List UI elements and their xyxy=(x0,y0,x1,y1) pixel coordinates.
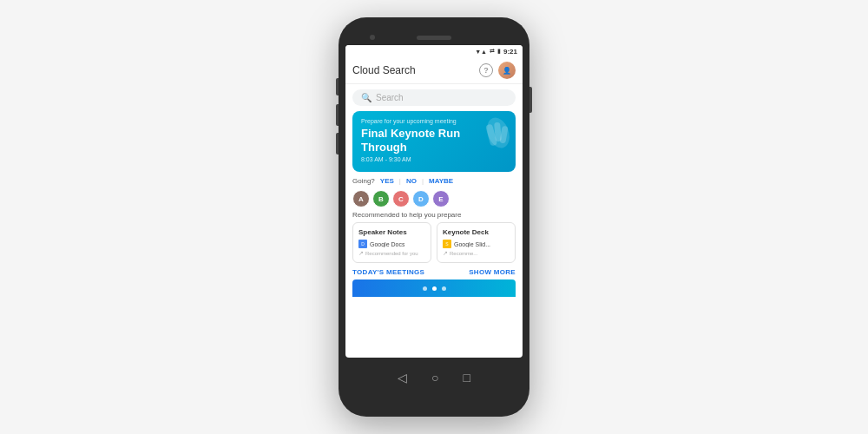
attendee-avatar: E xyxy=(432,190,450,207)
home-button[interactable]: ○ xyxy=(431,371,438,385)
phone-shell: ▼▲ ⇄ ▮ 9:21 Cloud Search ? 👤 🔍 Search xyxy=(339,17,529,417)
volume-up-button xyxy=(336,78,339,95)
rec-text: Recomme... xyxy=(450,251,477,256)
rsvp-label: Going? xyxy=(352,177,375,185)
recents-button[interactable]: □ xyxy=(464,371,470,385)
time-display: 9:21 xyxy=(503,48,517,56)
rec-icon: ↗ xyxy=(358,250,364,257)
meeting-decoration xyxy=(464,115,511,168)
power-button xyxy=(529,87,532,113)
bottom-actions: TODAY'S MEETINGS SHOW MORE xyxy=(345,263,523,279)
bottom-strip xyxy=(352,279,516,297)
google-docs-icon: D xyxy=(358,240,367,248)
rec-text: Recommended for you xyxy=(365,251,418,256)
rsvp-no-button[interactable]: NO xyxy=(406,177,417,185)
doc-card-title: Keynote Deck xyxy=(443,228,510,236)
carousel-dot xyxy=(442,286,446,291)
search-input[interactable]: Search xyxy=(376,93,404,102)
rsvp-row: Going? YES | NO | MAYBE xyxy=(345,177,523,188)
wifi-icon: ⇄ xyxy=(490,48,495,55)
silent-button xyxy=(336,133,339,155)
doc-item: D Google Docs xyxy=(358,240,425,248)
doc-recommendation: ↗ Recommended for you xyxy=(358,250,425,257)
carousel-dot-active xyxy=(432,286,437,291)
status-bar: ▼▲ ⇄ ▮ 9:21 xyxy=(345,45,523,57)
help-button[interactable]: ? xyxy=(479,63,493,77)
todays-meetings-link[interactable]: TODAY'S MEETINGS xyxy=(352,268,424,276)
back-button[interactable]: ◁ xyxy=(398,371,407,385)
attendees-row: A B C D E xyxy=(345,188,523,211)
rec-icon: ↗ xyxy=(443,250,448,257)
doc-cards-row: Speaker Notes D Google Docs ↗ Recommende… xyxy=(345,222,523,263)
show-more-link[interactable]: SHOW MORE xyxy=(469,268,516,276)
keynote-deck-card[interactable]: Keynote Deck S Google Slid... ↗ Recomme.… xyxy=(437,222,516,263)
prepare-text: Recommended to help you prepare xyxy=(345,211,523,222)
user-avatar[interactable]: 👤 xyxy=(498,62,516,79)
phone-screen: ▼▲ ⇄ ▮ 9:21 Cloud Search ? 👤 🔍 Search xyxy=(345,45,523,358)
doc-name: Google Slid... xyxy=(454,241,490,247)
phone-nav-bar: ◁ ○ □ xyxy=(345,361,523,394)
phone-top-bar xyxy=(345,30,523,45)
doc-card-title: Speaker Notes xyxy=(358,228,425,236)
rsvp-maybe-button[interactable]: MAYBE xyxy=(429,177,453,185)
doc-item: S Google Slid... xyxy=(443,240,510,248)
doc-name: Google Docs xyxy=(370,241,404,247)
battery-icon: ▮ xyxy=(497,48,501,55)
header-icons: ? 👤 xyxy=(479,62,516,79)
phone-speaker xyxy=(417,36,451,40)
speaker-notes-card[interactable]: Speaker Notes D Google Docs ↗ Recommende… xyxy=(352,222,431,263)
doc-recommendation: ↗ Recomme... xyxy=(443,250,510,257)
meeting-card[interactable]: Prepare for your upcoming meeting Final … xyxy=(352,111,516,172)
attendee-avatar: A xyxy=(352,190,370,207)
search-bar[interactable]: 🔍 Search xyxy=(352,89,516,106)
volume-down-button xyxy=(336,104,339,126)
attendee-avatar: C xyxy=(392,190,410,207)
search-icon: 🔍 xyxy=(361,93,372,102)
attendee-avatar: D xyxy=(412,190,430,207)
signal-icon: ▼▲ xyxy=(475,49,487,55)
carousel-dot xyxy=(423,286,427,291)
attendee-avatar: B xyxy=(372,190,390,207)
google-slides-icon: S xyxy=(443,240,451,248)
app-header: Cloud Search ? 👤 xyxy=(345,57,523,84)
app-title: Cloud Search xyxy=(352,64,416,76)
rsvp-yes-button[interactable]: YES xyxy=(380,177,394,185)
front-camera xyxy=(370,35,375,40)
